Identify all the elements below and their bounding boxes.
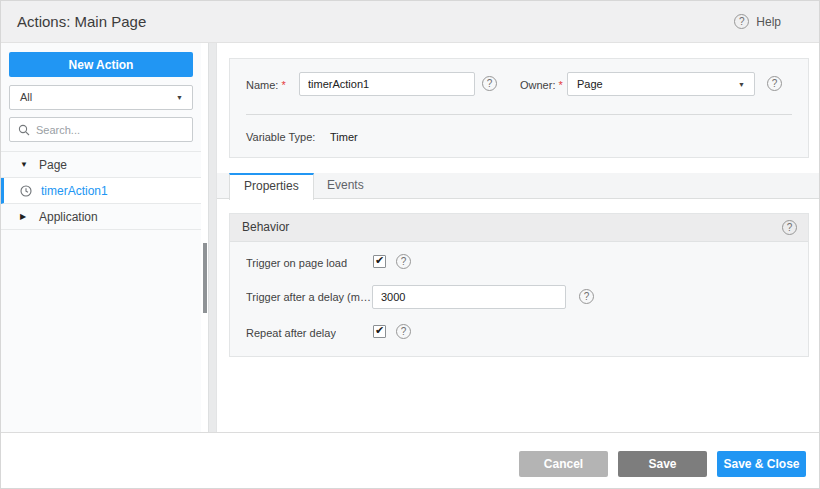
tree-item-timer-action[interactable]: timerAction1 — [1, 178, 201, 204]
action-header-form: Name:* Owner:* Page ▼ Variable Type: Tim… — [229, 58, 809, 158]
dialog-footer: Cancel Save Save & Close — [1, 432, 820, 489]
trigger-after-delay-label: Trigger after a delay (millisec… — [246, 291, 373, 303]
trigger-after-delay-help-icon[interactable] — [579, 289, 594, 304]
dialog-header: Actions: Main Page Help — [1, 1, 820, 43]
required-asterisk: * — [281, 79, 285, 91]
action-search — [9, 117, 193, 142]
help-button[interactable]: Help — [734, 1, 781, 42]
actions-dialog: Actions: Main Page Help New Action All ▼… — [0, 0, 820, 489]
help-label: Help — [756, 15, 781, 29]
tree-item-label: timerAction1 — [41, 184, 108, 198]
search-input[interactable] — [36, 124, 176, 136]
tree-item-label: Application — [39, 210, 98, 224]
clock-icon — [20, 185, 32, 197]
tree-item-page[interactable]: ▼ Page — [1, 152, 201, 178]
chevron-down-icon: ▼ — [176, 86, 183, 109]
tree-item-application[interactable]: ▶ Application — [1, 204, 201, 230]
tab-events[interactable]: Events — [311, 173, 380, 199]
triangle-right-icon: ▶ — [20, 212, 30, 221]
owner-help-icon[interactable] — [767, 76, 782, 91]
sidebar-scrollbar-thumb[interactable] — [203, 243, 207, 313]
required-asterisk: * — [558, 79, 562, 91]
trigger-on-page-load-label: Trigger on page load — [246, 257, 347, 269]
help-circle-icon — [734, 14, 749, 29]
owner-selected-value: Page — [577, 78, 603, 90]
sidebar-scrollbar-track — [201, 43, 208, 432]
actions-tree: ▼ Page timerAction1 ▶ Application — [1, 151, 201, 230]
cancel-button[interactable]: Cancel — [519, 451, 608, 477]
owner-dropdown[interactable]: Page ▼ — [567, 72, 755, 96]
trigger-on-page-load-help-icon[interactable] — [396, 254, 411, 269]
trigger-after-delay-input[interactable] — [372, 285, 566, 309]
panel-divider — [208, 43, 217, 432]
triangle-down-icon: ▼ — [20, 160, 30, 169]
actions-sidebar: New Action All ▼ ▼ Page timerAction1 — [1, 43, 201, 432]
repeat-after-delay-checkbox[interactable] — [373, 325, 386, 338]
save-button[interactable]: Save — [618, 451, 707, 477]
behavior-section: Behavior Trigger on page load Trigger af… — [229, 213, 809, 357]
search-icon — [18, 124, 30, 136]
behavior-help-icon[interactable] — [782, 220, 797, 235]
action-filter-dropdown[interactable]: All ▼ — [9, 85, 193, 110]
owner-label: Owner:* — [520, 79, 563, 91]
behavior-section-title: Behavior — [242, 214, 289, 241]
variable-type-label: Variable Type: — [246, 131, 315, 143]
new-action-button[interactable]: New Action — [9, 52, 193, 77]
save-and-close-button[interactable]: Save & Close — [717, 451, 806, 477]
name-input[interactable] — [299, 72, 475, 96]
trigger-on-page-load-checkbox[interactable] — [373, 255, 386, 268]
repeat-after-delay-label: Repeat after delay — [246, 327, 336, 339]
action-editor: Name:* Owner:* Page ▼ Variable Type: Tim… — [217, 43, 820, 432]
filter-selected-value: All — [20, 91, 32, 103]
name-help-icon[interactable] — [482, 76, 497, 91]
form-divider — [246, 114, 792, 115]
tree-item-label: Page — [39, 158, 67, 172]
page-title: Actions: Main Page — [17, 1, 146, 42]
repeat-after-delay-help-icon[interactable] — [396, 324, 411, 339]
behavior-section-header: Behavior — [230, 214, 808, 242]
name-label: Name:* — [246, 79, 286, 91]
chevron-down-icon: ▼ — [738, 73, 745, 96]
tab-properties[interactable]: Properties — [229, 173, 314, 200]
variable-type-value: Timer — [330, 131, 358, 143]
